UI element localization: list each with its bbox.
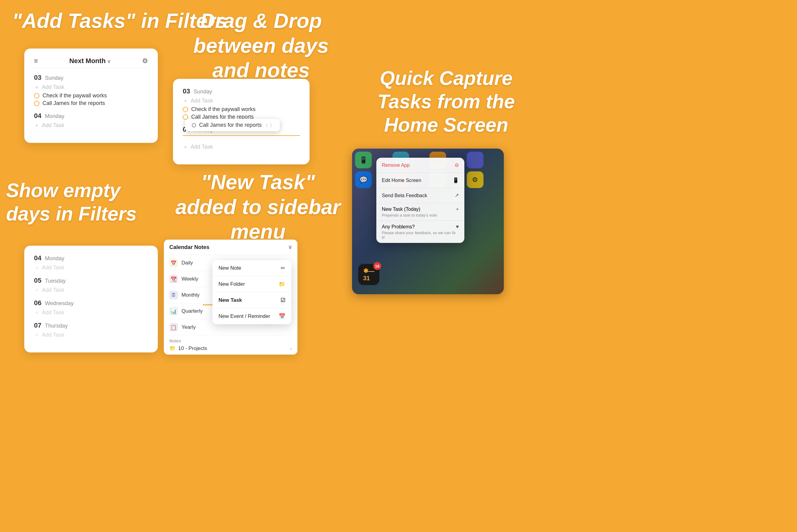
plus-icon: ＋ (34, 331, 39, 339)
day-group-sunday: 03 Sunday ＋ Add Task Check if the paywal… (34, 74, 148, 107)
phone-background: 📱 🌐 📸 🎵 💬 ❤ 📞 ⚙ Remove App ⊖ Edit Home S… (352, 149, 504, 294)
task-row: Check if the paywall works (34, 93, 148, 99)
weekly-icon: 📆 (169, 275, 178, 283)
new-task-dropdown: New Note ✏ New Folder 📁 New Task ☑ New E… (212, 260, 291, 324)
drag-drop-title: Drag & Drop between days and notes (176, 8, 346, 83)
app-icon: 💬 (355, 171, 372, 188)
drag-handle: ⋮⋮ (265, 123, 273, 128)
add-task-07[interactable]: ＋ Add Task (34, 331, 148, 339)
dropdown-new-folder[interactable]: New Folder 📁 (212, 276, 291, 292)
add-task-drag-sunday[interactable]: ＋ Add Task (183, 97, 300, 104)
chevron-down-icon[interactable]: ∨ (288, 244, 292, 250)
plus-icon: ＋ (34, 83, 39, 91)
task-circle-icon (183, 107, 188, 112)
task-circle-icon (34, 101, 39, 106)
sidebar-header: Calendar Notes ∨ (164, 240, 297, 255)
folder-icon: 📁 (169, 345, 176, 352)
drag-day-sunday: 03 Sunday ＋ Add Task Check if the paywal… (183, 87, 300, 120)
notes-label: Notes (169, 339, 292, 343)
plus-icon: ＋ (183, 97, 188, 104)
task-circle-icon (34, 93, 39, 99)
heart-icon: ♥ (456, 224, 459, 230)
new-event-icon: 📅 (279, 313, 285, 320)
new-task-icon: ☑ (280, 297, 285, 304)
menu-icon[interactable]: ≡ (34, 57, 38, 65)
context-any-problems[interactable]: Any Problems? ♥ Please share your feedba… (376, 221, 464, 243)
remove-app-icon: ⊖ (455, 162, 459, 168)
empty-days-card: 04 Monday ＋ Add Task 05 Tuesday ＋ Add Ta… (24, 246, 158, 353)
context-remove-app[interactable]: Remove App ⊖ (376, 158, 464, 173)
context-send-feedback[interactable]: Send Beta Feedback ↗ (376, 188, 464, 203)
card-header: ≡ Next Month ∨ ⚙ (34, 57, 148, 68)
app-icon: ⚙ (467, 171, 483, 188)
quick-capture-title: Quick Capture Tasks from the Home Screen (361, 67, 531, 136)
drop-indicator (183, 135, 300, 141)
floating-task: Call James for the reports ⋮⋮ (185, 119, 280, 131)
day-group-05: 05 Tuesday ＋ Add Task (34, 277, 148, 293)
notes-item[interactable]: 📁 10 - Projects › (169, 345, 292, 352)
plus-icon: ＋ (34, 121, 39, 129)
add-task-drag-monday[interactable]: ＋ Add Task (183, 143, 300, 150)
plus-icon: ＋ (34, 309, 39, 316)
new-folder-icon: 📁 (279, 281, 285, 287)
new-note-icon: ✏ (281, 265, 285, 271)
gear-icon[interactable]: ⚙ (142, 57, 148, 65)
chevron-right-icon: › (290, 345, 292, 352)
filters-card: ≡ Next Month ∨ ⚙ 03 Sunday ＋ Add Task Ch… (24, 49, 158, 143)
quarterly-icon: 📊 (169, 307, 178, 316)
new-task-today-desc: Prepends a task to today's note (382, 213, 459, 217)
day-label-06: 06 Wednesday (34, 299, 148, 307)
header-next-month: Next Month ∨ (69, 57, 110, 65)
day-group-06: 06 Wednesday ＋ Add Task (34, 299, 148, 316)
daily-icon: 📅 (169, 259, 178, 267)
day-label-monday: 04 Monday (34, 112, 148, 120)
dropdown-new-event[interactable]: New Event / Reminder 📅 (212, 308, 291, 324)
add-task-04[interactable]: ＋ Add Task (34, 264, 148, 271)
send-feedback-icon: ↗ (455, 192, 459, 199)
context-new-task-today[interactable]: New Task (Today) + Prepends a task to to… (376, 203, 464, 221)
add-task-05[interactable]: ＋ Add Task (34, 286, 148, 293)
task-row: Call James for the reports (34, 100, 148, 107)
app-icon: 🎵 (467, 152, 483, 168)
task-row: Check if the paywall works (183, 106, 300, 113)
day-group-04: 04 Monday ＋ Add Task (34, 254, 148, 271)
plus-icon: ＋ (34, 264, 39, 271)
day-label-04: 04 Monday (34, 254, 148, 262)
any-problems-desc: Please share your feedback, so we can fi… (382, 230, 459, 240)
dropdown-new-note[interactable]: New Note ✏ (212, 260, 291, 276)
plus-icon: ＋ (34, 286, 39, 293)
new-task-today-icon: + (456, 206, 459, 212)
monthly-icon: 🗓 (169, 291, 178, 299)
day-label-05: 05 Tuesday (34, 277, 148, 285)
special-app-icon[interactable]: ✱—31 16 (358, 264, 379, 285)
day-group-07: 07 Thursday ＋ Add Task (34, 322, 148, 339)
add-task-sunday[interactable]: ＋ Add Task (34, 83, 148, 91)
context-menu: Remove App ⊖ Edit Home Screen 📱 Send Bet… (376, 158, 464, 243)
plus-icon: ＋ (183, 143, 188, 150)
context-edit-home[interactable]: Edit Home Screen 📱 (376, 173, 464, 188)
add-task-06[interactable]: ＋ Add Task (34, 309, 148, 316)
day-label-sunday: 03 Sunday (34, 74, 148, 81)
day-label-07: 07 Thursday (34, 322, 148, 329)
drag-circle-icon (192, 123, 196, 127)
add-task-monday[interactable]: ＋ Add Task (34, 121, 148, 129)
edit-home-icon: 📱 (452, 177, 459, 184)
notes-section: Notes 📁 10 - Projects › (164, 336, 297, 355)
phone-screenshot: 📱 🌐 📸 🎵 💬 ❤ 📞 ⚙ Remove App ⊖ Edit Home S… (352, 149, 504, 294)
empty-days-title: Show empty days in Filters (6, 179, 146, 226)
new-task-title: "New Task" added to sidebar menu (170, 170, 346, 244)
yearly-icon: 📋 (169, 323, 178, 331)
app-badge: 16 (373, 262, 381, 270)
dropdown-new-task[interactable]: New Task ☑ (212, 292, 291, 308)
day-group-monday: 04 Monday ＋ Add Task (34, 112, 148, 129)
app-icon: 📱 (355, 152, 372, 168)
